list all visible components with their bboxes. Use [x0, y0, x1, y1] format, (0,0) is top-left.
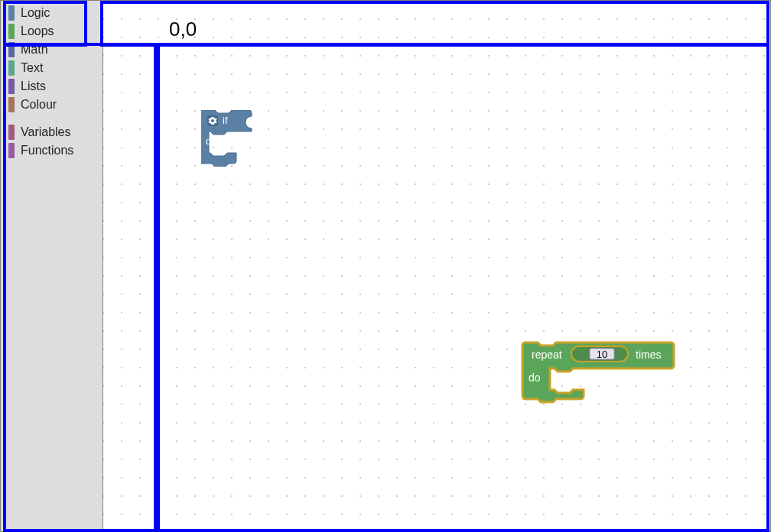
toolbox-item-label: Lists — [21, 79, 46, 93]
if-label: if — [223, 115, 228, 126]
toolbox-item-label: Loops — [21, 24, 54, 38]
debug-coord-label: 0,0 — [169, 18, 197, 41]
block-if[interactable]: if do — [201, 110, 278, 167]
toolbox: Logic Loops Math Text Lists Colour Varia… — [1, 1, 103, 531]
toolbox-item-label: Text — [21, 61, 43, 75]
swatch-icon — [8, 143, 15, 158]
toolbox-item-variables[interactable]: Variables — [1, 123, 102, 141]
swatch-icon — [8, 24, 15, 39]
swatch-icon — [8, 79, 15, 94]
toolbox-item-math[interactable]: Math — [1, 41, 102, 59]
toolbox-item-loops[interactable]: Loops — [1, 22, 102, 41]
toolbox-item-label: Functions — [21, 144, 73, 157]
gear-icon[interactable] — [207, 115, 218, 126]
swatch-icon — [8, 125, 15, 140]
repeat-count-field[interactable]: 10 — [590, 349, 614, 360]
toolbox-item-colour[interactable]: Colour — [1, 96, 102, 114]
toolbox-group-separator — [1, 114, 102, 123]
toolbox-item-lists[interactable]: Lists — [1, 77, 102, 96]
toolbox-item-logic[interactable]: Logic — [1, 4, 102, 22]
toolbox-item-label: Variables — [21, 125, 71, 139]
swatch-icon — [8, 42, 15, 57]
repeat-do-label: do — [529, 371, 541, 384]
workspace-canvas[interactable]: if do repeat 10 times do — [103, 1, 770, 531]
repeat-label: repeat — [532, 349, 562, 361]
toolbox-item-label: Logic — [21, 6, 50, 20]
app-frame: Logic Loops Math Text Lists Colour Varia… — [0, 0, 771, 532]
block-repeat[interactable]: repeat 10 times do — [521, 341, 682, 407]
repeat-times-label: times — [636, 349, 661, 361]
toolbox-item-functions[interactable]: Functions — [1, 141, 102, 160]
swatch-icon — [8, 5, 15, 21]
swatch-icon — [8, 60, 15, 76]
if-do-label: do — [206, 135, 216, 147]
swatch-icon — [8, 97, 15, 112]
toolbox-item-label: Colour — [21, 98, 57, 112]
toolbox-item-text[interactable]: Text — [1, 59, 102, 77]
toolbox-item-label: Math — [21, 43, 48, 57]
